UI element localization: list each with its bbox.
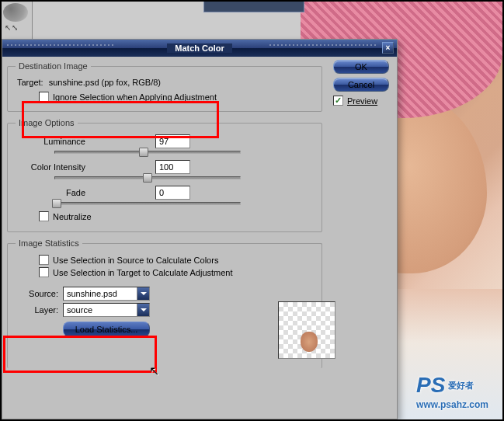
stats-legend: Image Statistics	[16, 238, 82, 248]
tool-strip: ↖ ⤡	[2, 2, 33, 39]
canvas-tab	[203, 2, 304, 12]
use-target-checkbox[interactable]	[39, 267, 49, 277]
fade-label: Fade	[16, 188, 85, 197]
intensity-slider[interactable]	[54, 176, 241, 179]
chevron-down-icon[interactable]	[137, 304, 149, 316]
layer-label: Layer:	[16, 305, 58, 315]
source-value: sunshine.psd	[64, 289, 137, 298]
options-legend: Image Options	[16, 118, 78, 127]
tool-arrows-icon[interactable]: ↖ ⤡	[5, 23, 29, 32]
neutralize-checkbox[interactable]	[39, 211, 49, 221]
preview-checkbox[interactable]: ✓	[333, 96, 343, 106]
ignore-label: Ignore Selection when Applying Adjustmen…	[53, 92, 217, 102]
luminance-input[interactable]: 97	[155, 134, 190, 148]
chevron-down-icon[interactable]	[137, 287, 149, 300]
use-source-checkbox[interactable]	[39, 255, 49, 265]
use-source-label: Use Selection in Source to Calculate Col…	[53, 256, 218, 265]
preview-label: Preview	[347, 96, 377, 106]
load-statistics-button[interactable]: Load Statistics...	[63, 322, 150, 337]
cancel-button[interactable]: Cancel	[333, 78, 389, 92]
source-combo[interactable]: sunshine.psd	[63, 287, 150, 301]
target-value: sunshine.psd (pp fox, RGB/8)	[49, 78, 161, 87]
neutralize-label: Neutralize	[53, 212, 92, 221]
source-thumbnail	[278, 301, 335, 359]
titlebar[interactable]: Match Color ×	[2, 40, 397, 57]
ignore-checkbox[interactable]	[39, 92, 49, 102]
luminance-slider[interactable]	[54, 151, 241, 154]
layer-value: source	[64, 305, 137, 315]
intensity-input[interactable]: 100	[155, 160, 190, 174]
destination-legend: Destination Image	[16, 61, 91, 71]
brush-preview-icon	[3, 3, 28, 22]
fade-input[interactable]: 0	[155, 186, 190, 200]
image-statistics-group: Image Statistics Use Selection in Source…	[7, 238, 322, 368]
use-target-label: Use Selection in Target to Calculate Adj…	[53, 268, 233, 277]
dialog-title: Match Color	[167, 43, 232, 53]
match-color-dialog: Match Color × OK Cancel ✓ Preview Destin…	[2, 39, 398, 419]
close-icon[interactable]: ×	[382, 42, 394, 54]
target-label: Target:	[17, 78, 43, 87]
intensity-label: Color Intensity	[16, 162, 85, 172]
destination-group: Destination Image Target: sunshine.psd (…	[7, 61, 322, 112]
source-label: Source:	[16, 289, 58, 298]
luminance-label: Luminance	[16, 137, 85, 146]
layer-combo[interactable]: source	[63, 303, 150, 317]
ok-button[interactable]: OK	[333, 60, 389, 74]
fade-slider[interactable]	[54, 202, 241, 205]
watermark: PS爱好者 www.psahz.com	[416, 373, 488, 410]
image-options-group: Image Options Luminance 97 Color Intensi…	[7, 118, 322, 232]
